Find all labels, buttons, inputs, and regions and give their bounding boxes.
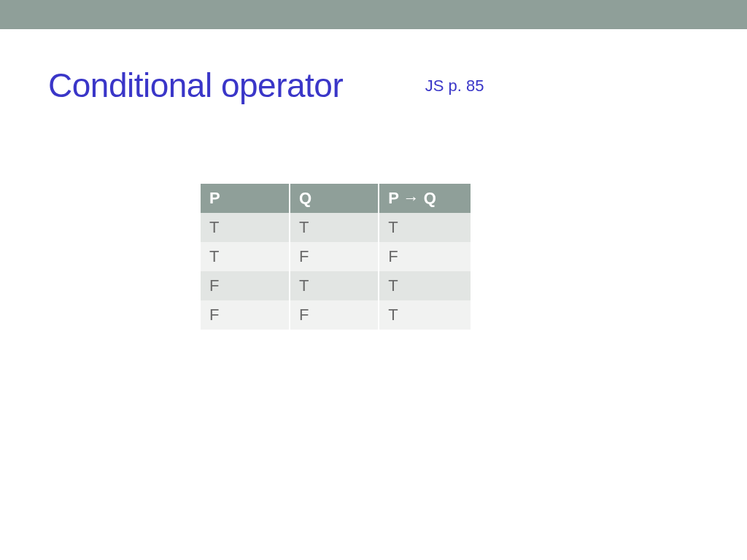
- cell-q: F: [290, 242, 379, 271]
- cell-p: T: [201, 213, 290, 242]
- truth-table: P Q P → Q T T T T F F F T T F: [201, 184, 471, 330]
- arrow-right-icon: →: [403, 189, 419, 207]
- cell-p: T: [201, 242, 290, 271]
- table-row: F F T: [201, 300, 471, 330]
- page-subtitle: JS p. 85: [425, 77, 484, 96]
- cell-pq: T: [379, 213, 471, 242]
- cell-p: F: [201, 271, 290, 300]
- cell-pq: T: [379, 300, 471, 330]
- header-q: Q: [290, 184, 379, 213]
- table-row: F T T: [201, 271, 471, 300]
- header-pq-prefix: P: [388, 189, 403, 207]
- cell-q: T: [290, 213, 379, 242]
- cell-q: F: [290, 300, 379, 330]
- cell-pq: F: [379, 242, 471, 271]
- header-p-implies-q: P → Q: [379, 184, 471, 213]
- table-header-row: P Q P → Q: [201, 184, 471, 213]
- header-p: P: [201, 184, 290, 213]
- page-title: Conditional operator: [48, 66, 343, 105]
- cell-q: T: [290, 271, 379, 300]
- cell-pq: T: [379, 271, 471, 300]
- top-bar: [0, 0, 747, 29]
- truth-table-container: P Q P → Q T T T T F F F T T F: [201, 184, 471, 330]
- table-row: T T T: [201, 213, 471, 242]
- header-pq-suffix: Q: [419, 189, 436, 207]
- cell-p: F: [201, 300, 290, 330]
- heading-area: Conditional operator JS p. 85: [0, 29, 747, 105]
- table-row: T F F: [201, 242, 471, 271]
